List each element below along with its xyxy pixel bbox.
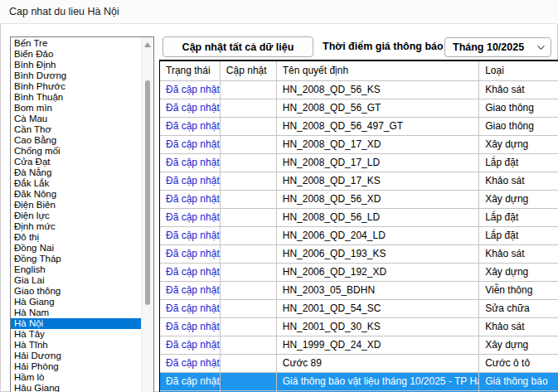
table-row[interactable]: Đã cập nhật HN_2008_QD_17_XD Xây dựng — [160, 136, 558, 154]
cell-update[interactable] — [221, 81, 277, 99]
sidebar-item[interactable]: Đồng Tháp — [11, 254, 141, 264]
cell-update[interactable] — [221, 172, 277, 191]
cell-update[interactable] — [221, 227, 277, 245]
sidebar-item[interactable]: Cà Mau — [11, 114, 141, 124]
cell-update[interactable] — [221, 355, 277, 373]
sidebar-item[interactable]: Cao Bằng — [11, 135, 141, 146]
cell-decision-name[interactable]: HN_2008_QD_17_KS — [277, 172, 479, 191]
cell-type[interactable]: Lắp đặt — [479, 154, 558, 172]
scrollbar-thumb[interactable] — [145, 80, 150, 305]
sidebar-item[interactable]: Bến Tre — [11, 38, 141, 49]
sidebar-item[interactable]: Bình Phước — [11, 81, 141, 92]
cell-status[interactable]: Đã cập nhật — [160, 336, 221, 355]
cell-decision-name[interactable]: HN_2001_QD_30_KS — [277, 318, 479, 336]
column-header[interactable]: Trạng thái — [160, 61, 221, 81]
sidebar-item[interactable]: Biển Đảo — [11, 49, 141, 60]
cell-status[interactable]: Đã cập nhật — [160, 191, 221, 209]
cell-decision-name[interactable]: HN_2003_05_BDHN — [277, 282, 479, 300]
sidebar-item[interactable]: Hậu Giang — [11, 383, 141, 392]
sidebar-item[interactable]: Bình Thuận — [11, 92, 141, 103]
cell-update[interactable] — [221, 99, 277, 118]
cell-status[interactable]: Đã cập nhật — [160, 300, 221, 318]
cell-decision-name[interactable]: HN_2008_QD_56_LD — [277, 209, 479, 227]
sidebar-item[interactable]: Hà Nội — [11, 318, 141, 329]
column-header[interactable]: Loại — [479, 61, 558, 81]
sidebar-item[interactable]: Giao thông — [11, 286, 141, 297]
cell-decision-name[interactable]: HN_2008_QD_56_GT — [277, 99, 479, 118]
sidebar-item[interactable]: Đăk Nông — [11, 189, 141, 200]
sidebar-item[interactable]: Bình Dương — [11, 70, 141, 81]
cell-status[interactable]: Đã cập nhật — [160, 355, 221, 373]
cell-decision-name[interactable]: HN_2008_QD_17_LD — [277, 154, 479, 172]
cell-decision-name[interactable]: Cước 89 — [277, 355, 479, 373]
cell-type[interactable]: Xây dựng — [479, 191, 558, 209]
sidebar-item[interactable]: Bom mìn — [11, 103, 141, 114]
cell-status[interactable]: Đã cập nhật — [160, 136, 221, 154]
table-row[interactable]: Đã cập nhật HN_2008_QD_56_LD Lắp đặt — [160, 209, 558, 227]
cell-type[interactable]: Khảo sát — [479, 172, 558, 191]
cell-type[interactable]: Giá thông báo — [479, 373, 558, 391]
cell-decision-name[interactable]: HN_2006_QD_193_KS — [277, 245, 479, 264]
cell-status[interactable]: Đã cập nhật — [160, 245, 221, 264]
cell-status[interactable]: Đã cập nhật — [160, 154, 221, 172]
table-row[interactable]: Đã cập nhật HN_2008_QD_17_KS Khảo sát — [160, 172, 558, 191]
sidebar-item[interactable]: Hà Nam — [11, 307, 141, 318]
sidebar-item[interactable]: Đắk Lắk — [11, 178, 141, 189]
cell-type[interactable]: Xây dựng — [479, 336, 558, 355]
cell-type[interactable]: Khảo sát — [479, 81, 558, 99]
sidebar-item[interactable]: Đô thị — [11, 232, 141, 243]
sidebar-item[interactable]: Hà Giang — [11, 297, 141, 307]
table-row[interactable]: Đã cập nhật HN_2001_QD_54_SC Sửa chữa — [160, 300, 558, 318]
sidebar-item[interactable]: English — [11, 264, 141, 275]
cell-status[interactable]: Đã cập nhật — [160, 172, 221, 191]
table-row[interactable]: Đã cập nhật HN_2006_QD_193_KS Khảo sát — [160, 245, 558, 264]
cell-status[interactable]: Đã cập nhật — [160, 99, 221, 118]
sidebar-item[interactable]: Hải Phòng — [11, 361, 141, 372]
table-row[interactable]: Đã cập nhật HN_2003_05_BDHN Viễn thông — [160, 282, 558, 300]
table-row[interactable]: Đã cập nhật Giá thông báo vật liệu tháng… — [160, 373, 558, 391]
cell-decision-name[interactable]: HN_2008_QD_56_497_GT — [277, 118, 479, 136]
sidebar-item[interactable]: Hải Dương — [11, 351, 141, 361]
cell-status[interactable]: Đã cập nhật — [160, 264, 221, 282]
cell-update[interactable] — [221, 154, 277, 172]
table-row[interactable]: Đã cập nhật HN_2006_QD_192_XD Xây dựng — [160, 264, 558, 282]
cell-update[interactable] — [221, 191, 277, 209]
cell-update[interactable] — [221, 118, 277, 136]
table-row[interactable]: Đã cập nhật HN_2008_QD_56_KS Khảo sát — [160, 81, 558, 99]
cell-type[interactable]: Sửa chữa — [479, 300, 558, 318]
cell-status[interactable]: Đã cập nhật — [160, 118, 221, 136]
cell-decision-name[interactable]: HN_2008_QD_17_XD — [277, 136, 479, 154]
sidebar-item[interactable]: Điện Biên — [11, 200, 141, 211]
column-header[interactable]: Tên quyết định — [277, 61, 479, 81]
table-row[interactable]: Đã cập nhật HN_2008_QD_56_497_GT Giao th… — [160, 118, 558, 136]
cell-type[interactable]: Giao thông — [479, 118, 558, 136]
cell-decision-name[interactable]: HN_2008_QD_56_KS — [277, 81, 479, 99]
period-combobox[interactable]: Tháng 10/2025 — [444, 37, 551, 57]
sidebar-item[interactable]: Định mức — [11, 221, 141, 232]
sidebar-item[interactable]: Hà Tĩnh — [11, 340, 141, 351]
cell-type[interactable]: Cước ô tô — [479, 355, 558, 373]
update-all-button[interactable]: Cập nhật tất cả dữ liệu — [163, 36, 313, 57]
sidebar-item[interactable]: Chống mối — [11, 146, 141, 157]
cell-type[interactable]: Lắp đặt — [479, 227, 558, 245]
cell-type[interactable]: Xây dựng — [479, 264, 558, 282]
cell-update[interactable] — [221, 245, 277, 264]
cell-decision-name[interactable]: Giá thông báo vật liệu tháng 10/2025 - T… — [277, 373, 479, 391]
sidebar-item[interactable]: Cửa Đạt — [11, 157, 141, 167]
sidebar-item[interactable]: Hà Tây — [11, 329, 141, 340]
province-listbox[interactable]: Bến TreBiển ĐảoBình ĐịnhBình DươngBình P… — [10, 36, 154, 392]
cell-decision-name[interactable]: HN_2006_QD_204_LD — [277, 227, 479, 245]
cell-type[interactable]: Viễn thông — [479, 282, 558, 300]
sidebar-item[interactable]: Gia Lai — [11, 275, 141, 286]
table-row[interactable]: Đã cập nhật HN_2008_QD_56_XD Xây dựng — [160, 191, 558, 209]
cell-update[interactable] — [221, 264, 277, 282]
sidebar-item[interactable]: Điện lực — [11, 211, 141, 221]
cell-update[interactable] — [221, 282, 277, 300]
sidebar-item[interactable]: Cần Thơ — [11, 124, 141, 135]
listbox-scrollbar[interactable] — [141, 37, 153, 392]
sidebar-item[interactable]: Đà Nẵng — [11, 167, 141, 178]
cell-status[interactable]: Đã cập nhật — [160, 209, 221, 227]
sidebar-item[interactable]: Bình Định — [11, 60, 141, 70]
cell-status[interactable]: Đã cập nhật — [160, 373, 221, 391]
cell-update[interactable] — [221, 209, 277, 227]
